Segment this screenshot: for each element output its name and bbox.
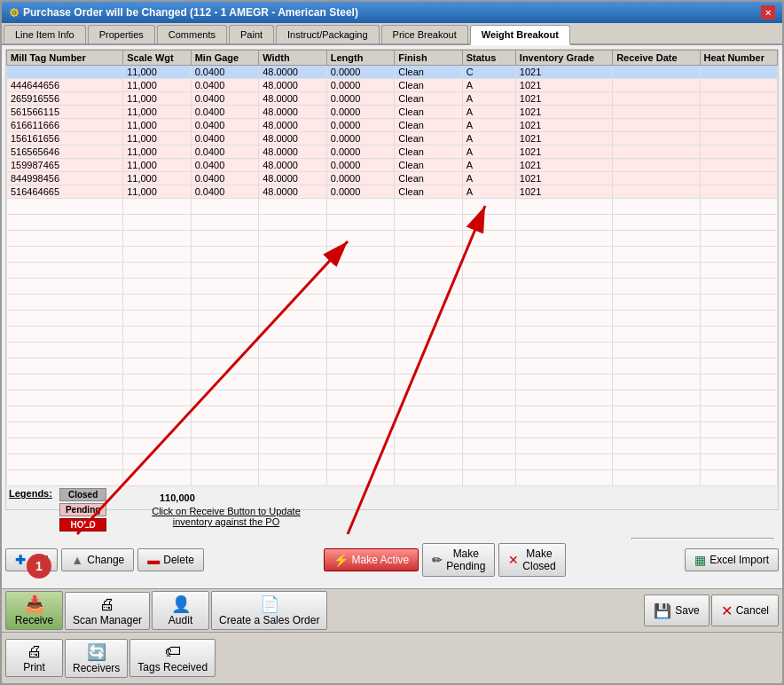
cell-mill: [7, 66, 123, 79]
table-row[interactable]: 11,000 0.0400 48.0000 0.0000 Clean C 102…: [7, 66, 778, 79]
excel-icon: ▦: [694, 553, 706, 567]
table-row-empty: [7, 231, 778, 247]
audit-button[interactable]: 👤 Audit: [152, 591, 209, 630]
close-button[interactable]: ✕: [761, 5, 775, 20]
cell: 0.0000: [326, 92, 395, 106]
print-icon: 🖨: [27, 642, 43, 661]
cell: [700, 106, 777, 119]
cell: Clean: [395, 159, 463, 172]
table-row[interactable]: 51656564611,0000.040048.00000.0000CleanA…: [7, 146, 778, 159]
make-pending-button[interactable]: ✏ Make Pending: [422, 543, 495, 577]
tab-price-breakout[interactable]: Price Breakout: [381, 25, 468, 43]
table-row-empty: [7, 247, 778, 263]
table-row-empty: [7, 406, 778, 422]
cell: 0.0400: [191, 172, 259, 185]
tab-weight-breakout[interactable]: Weight Breakout: [470, 25, 570, 45]
total-value: 110,000: [160, 492, 195, 503]
table-row-empty: [7, 263, 778, 279]
cell: 0.0400: [191, 106, 259, 119]
cell: 0.0400: [191, 132, 259, 146]
audit-icon: 👤: [171, 594, 191, 614]
data-table: Mill Tag Number Scale Wgt Min Gage Width…: [6, 50, 778, 486]
table-row[interactable]: 61661166611,0000.040048.00000.0000CleanA…: [7, 119, 778, 132]
cell: [613, 146, 700, 159]
make-active-button[interactable]: ⚡ Make Active: [324, 548, 419, 571]
cell-heat: [700, 66, 777, 79]
cell: Clean: [395, 172, 463, 185]
table-row-empty: [7, 422, 778, 438]
tab-paint[interactable]: Paint: [229, 25, 274, 43]
cell: [700, 172, 777, 185]
tags-received-button[interactable]: 🏷 Tags Received: [129, 639, 216, 677]
bottom-toolbar-1: 📥 Receive 🖨 Scan Manager 👤 Audit 📄 Creat…: [2, 588, 782, 632]
table-row[interactable]: 51646466511,0000.040048.00000.0000CleanA…: [7, 185, 778, 199]
receive-button[interactable]: 📥 Receive: [5, 591, 63, 630]
delete-button[interactable]: ▬ Delete: [137, 548, 204, 571]
scan-manager-button[interactable]: 🖨 Scan Manager: [65, 592, 150, 630]
cell: A: [462, 92, 515, 106]
add-icon: ✚: [15, 553, 26, 567]
table-row[interactable]: 56156611511,0000.040048.00000.0000CleanA…: [7, 106, 778, 119]
legend-box: Closed Pending HOLD: [59, 488, 106, 531]
table-row-empty: [7, 374, 778, 390]
cell: 0.0400: [191, 185, 259, 199]
create-sales-order-button[interactable]: 📄 Create a Sales Order: [211, 591, 327, 630]
cell: 0.0000: [326, 172, 395, 185]
table-row[interactable]: 15998746511,0000.040048.00000.0000CleanA…: [7, 159, 778, 172]
receivers-button[interactable]: 🔄 Receivers: [65, 639, 128, 678]
cell-length: 0.0000: [326, 66, 395, 79]
cell: 48.0000: [259, 119, 327, 132]
cell: 11,000: [123, 132, 192, 146]
main-window: ⚙ Purchase Order will be Changed (112 - …: [0, 0, 784, 685]
tab-comments[interactable]: Comments: [157, 25, 227, 43]
tab-properties[interactable]: Properties: [88, 25, 155, 43]
excel-import-button[interactable]: ▦ Excel Import: [685, 548, 779, 571]
table-row-empty: [7, 454, 778, 470]
cell: [613, 172, 700, 185]
tab-line-item-info[interactable]: Line Item Info: [4, 25, 86, 43]
cell: 516464665: [7, 185, 123, 199]
cell: A: [462, 79, 515, 92]
table-row[interactable]: 44464465611,0000.040048.00000.0000CleanA…: [7, 79, 778, 92]
col-header-inv: Inventory Grade: [515, 51, 612, 66]
table-row-empty: [7, 470, 778, 486]
cell: 48.0000: [259, 106, 327, 119]
cell: [700, 132, 777, 146]
cell: 48.0000: [259, 132, 327, 146]
make-closed-icon: ✕: [508, 553, 519, 567]
cell: 11,000: [123, 119, 192, 132]
cell: A: [462, 146, 515, 159]
table-row-empty: [7, 358, 778, 374]
cell: 1021: [515, 159, 612, 172]
tab-instruct-packaging[interactable]: Instruct/Packaging: [276, 25, 380, 43]
col-header-scale: Scale Wgt: [123, 51, 192, 66]
col-header-min: Min Gage: [191, 51, 259, 66]
cancel-button[interactable]: ✕ Cancel: [711, 594, 779, 626]
cell: 1021: [515, 172, 612, 185]
table-row[interactable]: 15616165611,0000.040048.00000.0000CleanA…: [7, 132, 778, 146]
cell: 11,000: [123, 92, 192, 106]
bottom-toolbar-2: 🖨 Print 🔄 Receivers 🏷 Tags Received: [2, 632, 782, 683]
table-row-empty: [7, 438, 778, 454]
save-button[interactable]: 💾 Save: [644, 594, 709, 626]
cell: A: [462, 172, 515, 185]
legends-label: Legends:: [9, 488, 52, 499]
change-icon: ▲: [71, 553, 83, 567]
cell: Clean: [395, 146, 463, 159]
make-closed-button[interactable]: ✕ Make Closed: [498, 543, 565, 577]
change-button[interactable]: ▲ Change: [61, 548, 134, 571]
cell: 48.0000: [259, 172, 327, 185]
cell: [700, 185, 777, 199]
cell: Clean: [395, 119, 463, 132]
table-row[interactable]: 84499845611,0000.040048.00000.0000CleanA…: [7, 172, 778, 185]
cell: 11,000: [123, 79, 192, 92]
cell: 11,000: [123, 159, 192, 172]
table-row[interactable]: 26591655611,0000.040048.00000.0000CleanA…: [7, 92, 778, 106]
cell: 0.0400: [191, 79, 259, 92]
cell: Clean: [395, 185, 463, 199]
legend-hold: HOLD: [59, 518, 106, 531]
cell: 0.0000: [326, 146, 395, 159]
receivers-icon: 🔄: [87, 642, 106, 662]
cell: 159987465: [7, 159, 123, 172]
print-button[interactable]: 🖨 Print: [5, 639, 63, 677]
